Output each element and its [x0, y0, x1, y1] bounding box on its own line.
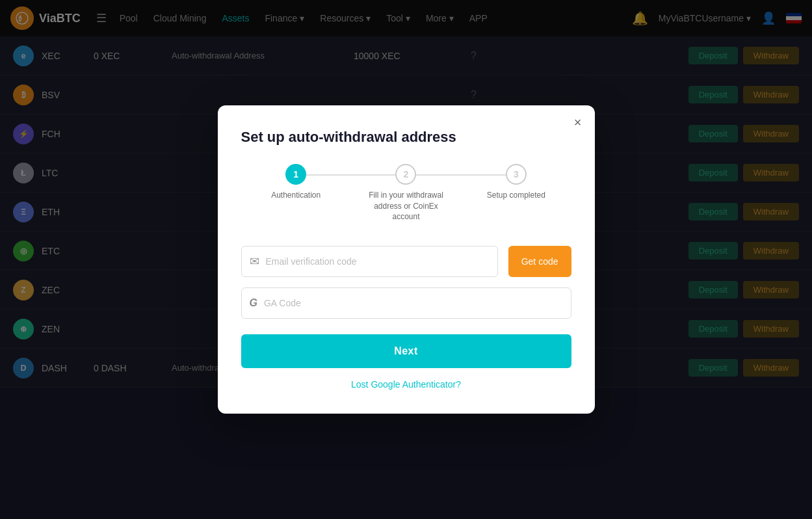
- step-circle-2: 2: [395, 164, 416, 185]
- ga-input-wrapper: G: [241, 287, 571, 319]
- steps-container: 1 Authentication 2 Fill in your withdraw…: [241, 164, 571, 222]
- email-verification-input[interactable]: [266, 256, 490, 267]
- email-form-group: ✉ Get code: [241, 246, 571, 277]
- lost-auth-container: Lost Google Authenticator?: [241, 379, 571, 390]
- get-code-button[interactable]: Get code: [508, 246, 571, 277]
- step-label-3: Setup completed: [487, 190, 545, 201]
- ga-icon: G: [250, 297, 257, 309]
- lost-authenticator-link[interactable]: Lost Google Authenticator?: [351, 379, 461, 390]
- ga-form-group: G: [241, 287, 571, 319]
- modal-close-button[interactable]: ×: [574, 116, 582, 129]
- step-line-1: [296, 174, 406, 176]
- modal-overlay: × Set up auto-withdrawal address 1 Authe…: [0, 0, 812, 519]
- step-label-2: Fill in your withdrawal address or CoinE…: [367, 190, 445, 222]
- email-input-wrapper: ✉: [241, 246, 498, 277]
- auto-withdrawal-modal: × Set up auto-withdrawal address 1 Authe…: [218, 105, 595, 414]
- next-button[interactable]: Next: [241, 334, 571, 368]
- step-circle-1: 1: [285, 164, 306, 185]
- step-circle-3: 3: [506, 164, 527, 185]
- step-1: 1 Authentication: [241, 164, 351, 201]
- step-line-2: [406, 174, 516, 176]
- modal-title: Set up auto-withdrawal address: [241, 129, 571, 146]
- step-2: 2 Fill in your withdrawal address or Coi…: [351, 164, 461, 222]
- ga-code-input[interactable]: [264, 298, 563, 308]
- email-icon: ✉: [250, 254, 259, 269]
- step-3: 3 Setup completed: [461, 164, 571, 201]
- step-label-1: Authentication: [271, 190, 321, 201]
